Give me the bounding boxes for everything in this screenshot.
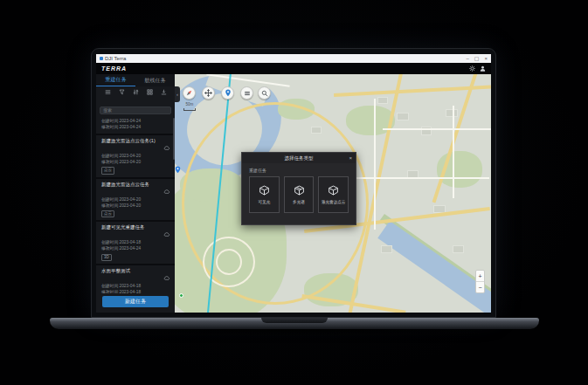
mission-type-badge: 3D: [101, 254, 112, 261]
select-mission-type-dialog: 选择任务类型 × 重建任务 可见光 多光谱: [241, 152, 356, 225]
dialog-header: 选择任务类型 ×: [242, 153, 356, 163]
lidar-cube-icon: [328, 185, 339, 196]
search-input[interactable]: [100, 107, 171, 114]
laptop-screen: DJI Terra – ▢ × TERRA: [96, 54, 491, 313]
dialog-section-label: 重建任务: [249, 168, 356, 173]
dialog-title: 选择任务类型: [242, 155, 356, 162]
mission-modified: 修改时间 2023-04-24: [101, 125, 170, 131]
mission-created: 创建时间 2023-04-20: [101, 154, 170, 160]
mission-name: 新建激光雷达点云任务: [101, 182, 162, 188]
option-multispectral[interactable]: 多光谱: [284, 176, 315, 213]
mission-name: 新建激光雷达点云任务(1): [101, 138, 162, 144]
mission-created: 创建时间 2023-04-18: [101, 284, 170, 290]
mission-item[interactable]: 新建激光雷达点云任务(1) 创建时间 2023-04-20 修改时间 2023-…: [96, 134, 175, 177]
laptop-shadow: [70, 329, 519, 336]
mission-modified: 修改时间 2023-04-18: [101, 290, 170, 293]
mission-sidebar: 重建任务 航线任务: [96, 74, 175, 313]
pan-icon: [204, 89, 212, 97]
filter-icon[interactable]: [133, 89, 139, 95]
layers-icon: [244, 90, 251, 97]
mission-created: 创建时间 2023-04-20: [101, 197, 170, 203]
mission-created: 创建时间 2023-04-24: [101, 119, 170, 125]
import-icon[interactable]: [161, 89, 167, 95]
river-water: [377, 221, 491, 313]
terra-logo: TERRA: [101, 65, 127, 72]
merge-icon[interactable]: [147, 89, 153, 95]
search-area-button[interactable]: [258, 86, 271, 100]
sidebar-toolbar: [96, 86, 175, 98]
mission-name: 新建可见光重建任务: [101, 224, 162, 230]
sidebar-tabs: 重建任务 航线任务: [96, 74, 175, 86]
zoom-in-button[interactable]: +: [476, 271, 484, 282]
sort-icon[interactable]: [119, 89, 125, 95]
user-account-icon[interactable]: [480, 65, 486, 72]
locate-button[interactable]: [221, 86, 234, 100]
visible-light-cube-icon: [259, 185, 270, 196]
mission-type-badge: 点云: [101, 210, 114, 217]
laptop-notch: [261, 318, 328, 323]
minimize-button[interactable]: –: [466, 56, 468, 61]
scale-label: 50m: [186, 102, 194, 107]
mission-modified: 修改时间 2023-04-24: [101, 246, 170, 252]
sidebar-collapse-handle[interactable]: ‹: [175, 86, 180, 102]
window-title: DJI Terra: [105, 56, 126, 61]
mission-modified: 修改时间 2023-04-20: [101, 160, 170, 166]
mission-item[interactable]: 新建激光雷达点云任务 创建时间 2023-04-20 修改时间 2023-04-…: [96, 177, 175, 221]
dialog-close-button[interactable]: ×: [349, 153, 352, 163]
cloud-sync-icon[interactable]: [163, 138, 170, 154]
collapse-icon: ‹: [176, 92, 178, 97]
compass-icon: [185, 89, 193, 97]
search-box: [96, 98, 175, 118]
road-minor: [374, 99, 376, 230]
city-block: [381, 245, 392, 253]
multispectral-cube-icon: [294, 185, 305, 196]
tab-route-missions[interactable]: 航线任务: [135, 74, 175, 86]
map-pin-marker[interactable]: [175, 162, 181, 177]
map-canvas[interactable]: ‹ 50m: [175, 74, 491, 313]
new-mission-button[interactable]: 新建任务: [102, 296, 169, 307]
map-scale: 50m: [183, 103, 196, 111]
city-block: [397, 113, 409, 120]
layers-button[interactable]: [240, 86, 253, 100]
laptop-lid: DJI Terra – ▢ × TERRA: [91, 48, 496, 318]
map-zoom-control: + −: [475, 270, 485, 293]
zoom-out-button[interactable]: −: [476, 282, 484, 292]
mission-item-partial[interactable]: 创建时间 2023-04-24 修改时间 2023-04-24: [96, 118, 175, 134]
tab-reconstruction-missions[interactable]: 重建任务: [96, 74, 135, 86]
search-icon: [261, 90, 268, 97]
road-minor: [383, 128, 491, 130]
option-label: 多光谱: [293, 200, 305, 204]
pan-button[interactable]: [202, 86, 215, 100]
cloud-sync-icon[interactable]: [163, 224, 170, 240]
option-label: 可见光: [258, 200, 270, 204]
pin-icon: [225, 89, 232, 97]
window-titlebar: DJI Terra – ▢ ×: [96, 54, 491, 63]
cloud-sync-icon[interactable]: [163, 268, 170, 284]
settings-gear-icon[interactable]: [469, 65, 475, 72]
start-point-marker[interactable]: [179, 293, 183, 298]
park-circle-road: [216, 249, 242, 275]
mission-list[interactable]: 创建时间 2023-04-24 修改时间 2023-04-24 新建激光雷达点云…: [96, 118, 175, 293]
mission-item[interactable]: 新建可见光重建任务 创建时间 2023-04-18 修改时间 2023-04-2…: [96, 220, 175, 264]
mission-modified: 修改时间 2023-04-20: [101, 203, 170, 210]
option-lidar-point-cloud[interactable]: 激光雷达点云: [318, 176, 349, 213]
option-label: 激光雷达点云: [322, 200, 346, 204]
app-window-icon: [100, 57, 103, 60]
city-block: [377, 97, 388, 104]
mission-item[interactable]: 水面平整测试 创建时间 2023-04-18 修改时间 2023-04-18 2…: [96, 264, 175, 293]
mission-name: 水面平整测试: [101, 268, 162, 274]
mission-type-badge: 点云: [101, 167, 114, 174]
road-minor: [349, 177, 489, 179]
scale-line: [183, 108, 196, 111]
option-visible-light[interactable]: 可见光: [249, 176, 280, 213]
city-block: [453, 245, 464, 253]
city-block: [446, 109, 458, 117]
compass-button[interactable]: [183, 86, 196, 100]
list-icon[interactable]: [105, 89, 111, 95]
maximize-button[interactable]: ▢: [474, 56, 480, 61]
close-button[interactable]: ×: [484, 56, 488, 61]
laptop-mockup: DJI Terra – ▢ × TERRA: [0, 0, 588, 385]
road-minor: [453, 106, 454, 198]
cloud-sync-icon[interactable]: [163, 182, 170, 197]
app-header: TERRA: [96, 63, 491, 74]
